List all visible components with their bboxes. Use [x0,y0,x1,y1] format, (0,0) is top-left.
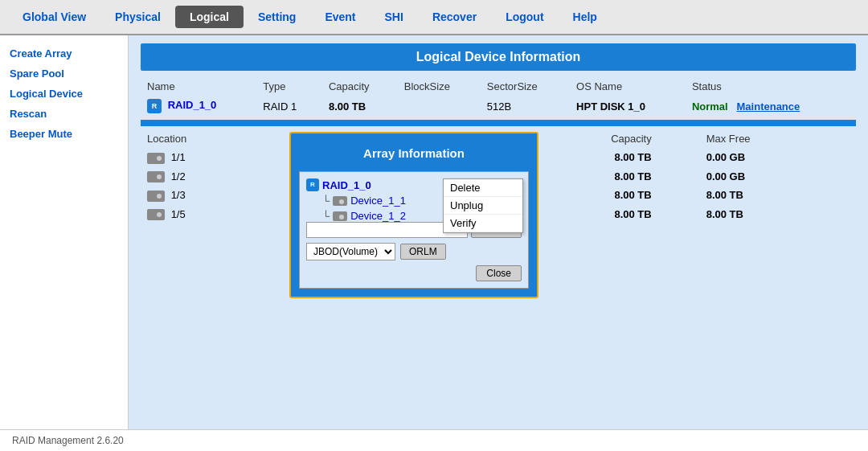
sidebar-rescan[interactable]: Rescan [0,104,128,124]
nav-help[interactable]: Help [559,4,612,30]
top-navigation: Global View Physical Logical Setting Eve… [0,0,868,35]
col-blocksize: BlockSize [398,77,481,96]
nav-logical[interactable]: Logical [175,6,244,28]
disk-maxfree-2: 0.00 GB [700,167,856,187]
raid-sectorsize: 512B [481,96,570,117]
context-menu-verify[interactable]: Verify [444,215,522,232]
context-menu: Delete Unplug Verify [443,178,523,233]
disk-maxfree-1: 0.00 GB [700,148,856,167]
raid-osname: HPT DISK 1_0 [570,96,686,117]
nav-recover[interactable]: Recover [418,4,491,30]
tree-child-2: └ Device_1_2 [322,210,406,222]
tree-disk-icon-2 [333,211,347,221]
raid-blocksize [398,96,481,117]
disk-location-2: 1/2 [141,167,285,187]
sub-col-location: Location [141,129,285,148]
array-tree: R RAID_1_0 └ Device_1_1 └ [306,178,406,222]
nav-setting[interactable]: Setting [244,4,310,30]
raid-type: RAID 1 [256,96,322,117]
nav-physical[interactable]: Physical [100,4,175,30]
raid-name-link[interactable]: RAID_1_0 [168,99,217,111]
close-button[interactable]: Close [476,265,522,281]
raid-row: R RAID_1_0 RAID 1 8.00 TB 512B HPT DISK … [141,96,856,117]
sidebar-spare-pool[interactable]: Spare Pool [0,64,128,84]
nav-shi[interactable]: SHI [371,4,418,30]
disk-location-4: 1/5 [141,205,285,224]
sidebar-beeper-mute[interactable]: Beeper Mute [0,124,128,144]
raid-status: Normal Maintenance [686,96,856,117]
tree-parent-node: R RAID_1_0 [306,178,371,191]
col-capacity: Capacity [322,77,398,96]
nav-logout[interactable]: Logout [491,4,558,30]
disk-location-3: 1/3 [141,186,285,205]
col-type: Type [256,77,322,96]
disk-icon [147,191,165,202]
version-text: RAID Management 2.6.20 [12,435,124,446]
tree-child-1: └ Device_1_1 [322,195,406,207]
disk-maxfree-4: 8.00 TB [700,205,856,224]
page-title: Logical Device Information [141,43,856,71]
logical-device-table: Name Type Capacity BlockSize SectorSize … [141,77,856,117]
context-menu-unplug[interactable]: Unplug [444,197,522,215]
main-layout: Create Array Spare Pool Logical Device R… [0,35,868,429]
sidebar-logical-device[interactable]: Logical Device [0,84,128,104]
col-status: Status [686,77,856,96]
orlm-button[interactable]: ORLM [400,244,446,260]
disk-icon [147,153,165,164]
context-menu-delete[interactable]: Delete [444,179,522,197]
footer: RAID Management 2.6.20 [0,429,868,451]
tree-children: └ Device_1_1 └ Device_1_2 [322,195,406,222]
tree-disk-icon-1 [333,196,347,206]
sub-col-maxfree: Max Free [700,129,856,148]
array-info-modal: Array Information R RAID_1_0 └ [289,132,538,298]
jbod-row: JBOD(Volume) ORLM [306,243,522,260]
section-separator [141,120,856,126]
raid-name: R RAID_1_0 [141,96,256,117]
sidebar-create-array[interactable]: Create Array [0,43,128,64]
modal-title: Array Information [299,141,529,165]
raid-tree-icon: R [306,178,319,191]
maintenance-link[interactable]: Maintenance [737,100,800,113]
close-row: Close [306,265,522,281]
disk-icon [147,209,165,220]
col-name: Name [141,77,256,96]
raid-icon: R [147,99,162,113]
disk-location-1: 1/1 [141,148,285,167]
content-area: Logical Device Information Name Type Cap… [129,35,868,429]
status-normal: Normal [692,100,728,113]
disk-icon [147,171,165,182]
nav-global-view[interactable]: Global View [8,4,100,30]
modal-inner: R RAID_1_0 └ Device_1_1 └ [299,171,529,289]
col-sectorsize: SectorSize [481,77,570,96]
col-osname: OS Name [570,77,686,96]
disk-maxfree-3: 8.00 TB [700,186,856,205]
nav-event[interactable]: Event [310,4,370,30]
jbod-select[interactable]: JBOD(Volume) [306,243,395,260]
sidebar: Create Array Spare Pool Logical Device R… [0,35,129,429]
raid-capacity: 8.00 TB [322,96,398,117]
